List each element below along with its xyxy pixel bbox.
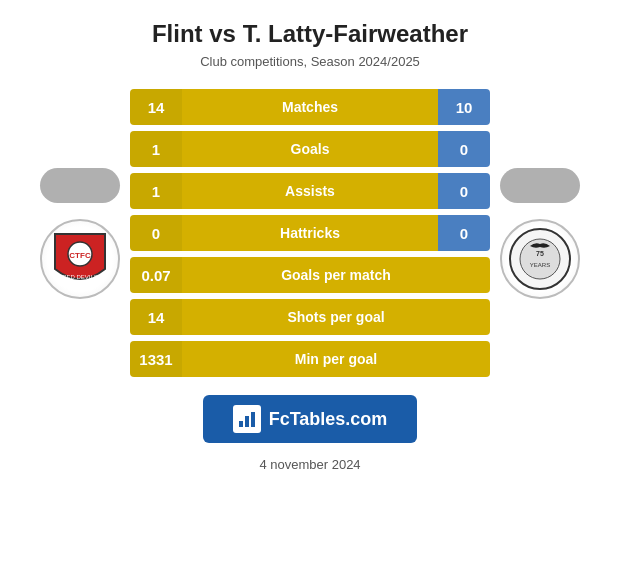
left-pill-top xyxy=(40,168,120,203)
stat-left-assists: 1 xyxy=(130,173,182,209)
svg-text:75: 75 xyxy=(536,250,544,257)
right-side: 75 YEARS xyxy=(490,168,590,299)
main-content: CTFC RED DEVILS 14Matches101Goals01Assis… xyxy=(10,89,610,377)
stat-right-matches: 10 xyxy=(438,89,490,125)
stat-label-assists: Assists xyxy=(182,173,438,209)
stat-left-goals-per-match: 0.07 xyxy=(130,257,182,293)
svg-rect-8 xyxy=(245,416,249,427)
date-footer: 4 november 2024 xyxy=(259,457,360,472)
svg-text:YEARS: YEARS xyxy=(530,262,550,268)
stat-right-assists: 0 xyxy=(438,173,490,209)
left-club-badge: CTFC RED DEVILS xyxy=(40,219,120,299)
svg-rect-9 xyxy=(251,412,255,427)
stat-label-min-per-goal: Min per goal xyxy=(182,341,490,377)
fctables-banner[interactable]: FcTables.com xyxy=(203,395,418,443)
stat-row-goals-per-match: 0.07Goals per match xyxy=(130,257,490,293)
stat-left-goals: 1 xyxy=(130,131,182,167)
stats-area: 14Matches101Goals01Assists00Hattricks00.… xyxy=(130,89,490,377)
page-subtitle: Club competitions, Season 2024/2025 xyxy=(200,54,420,69)
stat-row-goals: 1Goals0 xyxy=(130,131,490,167)
stat-label-goals: Goals xyxy=(182,131,438,167)
stat-right-hattricks: 0 xyxy=(438,215,490,251)
stat-row-shots-per-goal: 14Shots per goal xyxy=(130,299,490,335)
stat-left-shots-per-goal: 14 xyxy=(130,299,182,335)
left-badge-svg: CTFC RED DEVILS xyxy=(45,224,115,294)
left-side: CTFC RED DEVILS xyxy=(30,168,130,299)
stat-left-hattricks: 0 xyxy=(130,215,182,251)
svg-rect-7 xyxy=(239,421,243,427)
stat-label-hattricks: Hattricks xyxy=(182,215,438,251)
page-container: Flint vs T. Latty-Fairweather Club compe… xyxy=(0,0,620,580)
stat-left-matches: 14 xyxy=(130,89,182,125)
stat-right-goals: 0 xyxy=(438,131,490,167)
stat-row-assists: 1Assists0 xyxy=(130,173,490,209)
right-pill-top xyxy=(500,168,580,203)
stat-row-matches: 14Matches10 xyxy=(130,89,490,125)
svg-text:CTFC: CTFC xyxy=(69,251,91,260)
right-club-badge: 75 YEARS xyxy=(500,219,580,299)
stat-label-shots-per-goal: Shots per goal xyxy=(182,299,490,335)
stat-row-min-per-goal: 1331Min per goal xyxy=(130,341,490,377)
stat-label-matches: Matches xyxy=(182,89,438,125)
svg-text:RED DEVILS: RED DEVILS xyxy=(62,274,98,280)
right-badge-svg: 75 YEARS xyxy=(505,224,575,294)
stat-label-goals-per-match: Goals per match xyxy=(182,257,490,293)
chart-icon xyxy=(237,409,257,429)
stat-row-hattricks: 0Hattricks0 xyxy=(130,215,490,251)
fctables-icon xyxy=(233,405,261,433)
stat-left-min-per-goal: 1331 xyxy=(130,341,182,377)
page-title: Flint vs T. Latty-Fairweather xyxy=(152,20,468,48)
fctables-text: FcTables.com xyxy=(269,409,388,430)
